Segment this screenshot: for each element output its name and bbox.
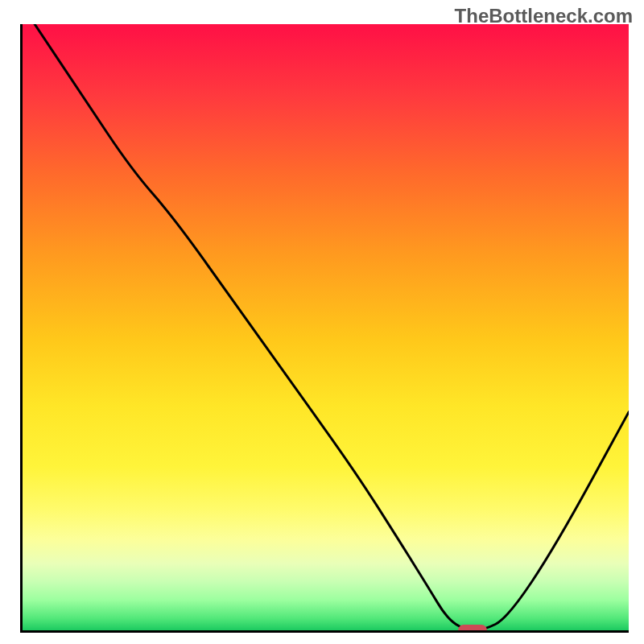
watermark-text: TheBottleneck.com	[455, 5, 633, 27]
bottleneck-curve	[23, 24, 629, 630]
optimal-marker	[458, 625, 487, 633]
chart-container: TheBottleneck.com	[0, 0, 644, 644]
plot-area	[20, 24, 629, 633]
